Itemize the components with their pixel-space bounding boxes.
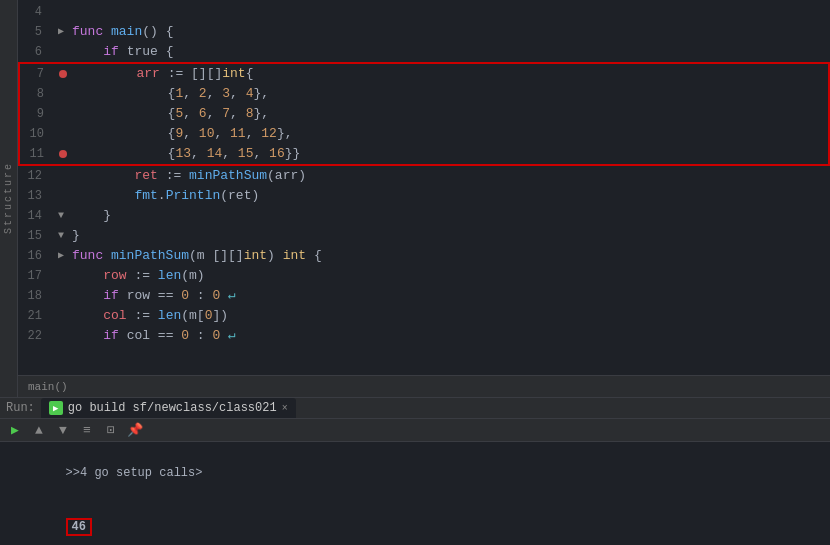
- code-token: [72, 308, 103, 323]
- code-token: if: [103, 288, 119, 303]
- highlighted-code-block: 7 arr := [][]int{8 {1, 2, 3, 4},9 {5, 6,…: [18, 62, 830, 166]
- output-number-line: 46: [8, 500, 822, 545]
- breakpoint-dot[interactable]: [59, 150, 67, 158]
- menu-button[interactable]: ≡: [76, 419, 98, 441]
- line-number: 13: [18, 186, 50, 206]
- code-line: 9 {5, 6, 7, 8},: [20, 104, 828, 124]
- code-token: ,: [207, 106, 223, 121]
- scroll-up-button[interactable]: ▲: [28, 419, 50, 441]
- run-label: Run:: [6, 401, 41, 415]
- line-number: 9: [20, 104, 52, 124]
- code-token: }: [72, 208, 111, 223]
- code-token: 8: [246, 106, 254, 121]
- code-token: ,: [222, 146, 238, 161]
- line-number: 21: [18, 306, 50, 326]
- code-token: ): [267, 248, 283, 263]
- code-line: 14▼ }: [18, 206, 830, 226]
- code-token: 6: [199, 106, 207, 121]
- run-tab-icon: ▶: [49, 401, 63, 415]
- line-gutter: ▼: [50, 226, 72, 246]
- code-line: 5▶func main() {: [18, 22, 830, 42]
- scroll-down-button[interactable]: ▼: [52, 419, 74, 441]
- code-token: ,: [207, 86, 223, 101]
- code-line: 21 col := len(m[0]): [18, 306, 830, 326]
- code-token: [72, 288, 103, 303]
- code-line: 7 arr := [][]int{: [20, 64, 828, 84]
- code-token: arr: [136, 66, 159, 81]
- fold-arrow-right-icon[interactable]: ▶: [58, 22, 64, 42]
- code-line: 11 {13, 14, 15, 16}}: [20, 144, 828, 164]
- code-line: 22 if col == 0 : 0 ↵: [18, 326, 830, 346]
- code-token: :=: [160, 66, 191, 81]
- code-token: :=: [127, 268, 158, 283]
- code-token: ret: [134, 168, 157, 183]
- line-content: if col == 0 : 0 ↵: [72, 326, 830, 346]
- run-button[interactable]: ▶: [4, 419, 26, 441]
- line-gutter: [52, 70, 74, 78]
- editor-wrapper: Structure 45▶func main() {6 if true {7 a…: [0, 0, 830, 397]
- line-content: row := len(m): [72, 266, 830, 286]
- code-token: 11: [230, 126, 246, 141]
- run-tab-close[interactable]: ×: [282, 403, 288, 414]
- fold-arrow-down-icon[interactable]: ▼: [58, 226, 64, 246]
- code-token: row: [103, 268, 126, 283]
- code-token: },: [277, 126, 293, 141]
- code-token: ,: [230, 86, 246, 101]
- code-token: minPathSum: [111, 248, 189, 263]
- structure-sidebar: Structure: [0, 0, 18, 397]
- code-token: {: [306, 248, 322, 263]
- code-line: 4: [18, 2, 830, 22]
- line-number: 6: [18, 42, 50, 62]
- code-token: ,: [183, 106, 199, 121]
- code-token: func: [72, 24, 111, 39]
- code-lines: 45▶func main() {6 if true {7 arr := [][]…: [18, 0, 830, 375]
- code-token: int: [244, 248, 267, 263]
- line-content: ret := minPathSum(arr): [72, 166, 830, 186]
- run-output-area: >>4 go setup calls> 46 Process finished …: [0, 442, 830, 545]
- line-number: 18: [18, 286, 50, 306]
- code-editor: 45▶func main() {6 if true {7 arr := [][]…: [18, 0, 830, 397]
- line-number: 17: [18, 266, 50, 286]
- code-line: 17 row := len(m): [18, 266, 830, 286]
- code-token: }}: [285, 146, 301, 161]
- line-content: func minPathSum(m [][]int) int {: [72, 246, 830, 266]
- code-token: 7: [222, 106, 230, 121]
- code-token: 13: [175, 146, 191, 161]
- breadcrumb: main(): [28, 381, 68, 393]
- breakpoint-dot[interactable]: [59, 70, 67, 78]
- code-token: ↵: [220, 328, 236, 343]
- code-line: 10 {9, 10, 11, 12},: [20, 124, 828, 144]
- line-content: }: [72, 226, 830, 246]
- line-content: {13, 14, 15, 16}}: [74, 144, 828, 164]
- pin-button[interactable]: 📌: [124, 419, 146, 441]
- code-token: (ret): [220, 188, 259, 203]
- code-token: ,: [230, 106, 246, 121]
- line-content: {1, 2, 3, 4},: [74, 84, 828, 104]
- code-line: 13 fmt.Println(ret): [18, 186, 830, 206]
- line-number: 11: [20, 144, 52, 164]
- code-token: ,: [253, 146, 269, 161]
- line-content: fmt.Println(ret): [72, 186, 830, 206]
- code-token: row ==: [119, 288, 181, 303]
- fold-arrow-down-icon[interactable]: ▼: [58, 206, 64, 226]
- code-token: [72, 44, 103, 59]
- breadcrumb-bar: main(): [18, 375, 830, 397]
- fold-arrow-right-icon[interactable]: ▶: [58, 246, 64, 266]
- line-number: 16: [18, 246, 50, 266]
- code-token: [74, 66, 136, 81]
- code-line: 15▼}: [18, 226, 830, 246]
- code-token: ]): [212, 308, 228, 323]
- code-token: {: [74, 126, 175, 141]
- line-content: func main() {: [72, 22, 830, 42]
- code-token: true {: [119, 44, 174, 59]
- code-token: 14: [207, 146, 223, 161]
- layout-button[interactable]: ⊡: [100, 419, 122, 441]
- line-gutter: ▶: [50, 246, 72, 266]
- code-token: (m: [189, 248, 212, 263]
- code-token: [][]: [191, 66, 222, 81]
- run-tab[interactable]: ▶ go build sf/newclass/class021 ×: [41, 398, 296, 418]
- code-token: 15: [238, 146, 254, 161]
- line-number: 15: [18, 226, 50, 246]
- code-token: ,: [214, 126, 230, 141]
- code-token: :: [189, 288, 212, 303]
